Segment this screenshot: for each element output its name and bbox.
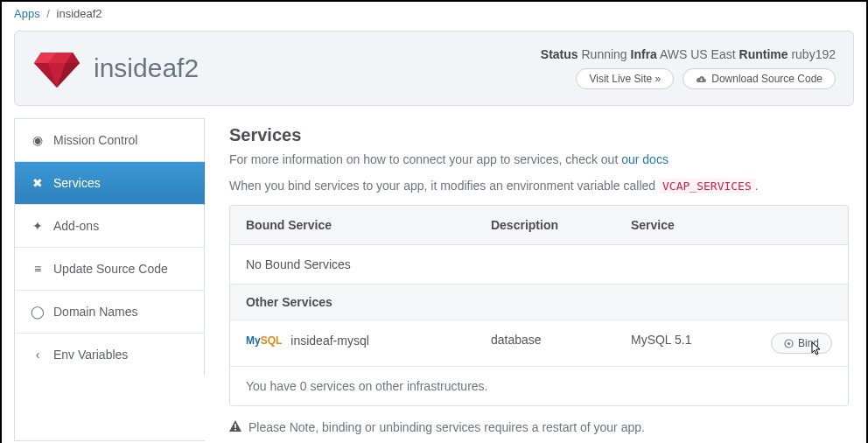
restart-note-text: Please Note, binding or unbinding servic… (248, 420, 645, 434)
globe-icon: ◯ (31, 305, 45, 319)
infra-value: AWS US East (660, 47, 736, 61)
svg-rect-9 (234, 424, 236, 428)
service-type: MySQL 5.1 (615, 320, 755, 366)
col-service: Service (615, 206, 755, 244)
sidebar-item-label: Add-ons (53, 219, 99, 233)
bind-button[interactable]: Bind (771, 333, 832, 354)
no-bound-text: No Bound Services (230, 245, 848, 284)
sidebar-item-label: Services (53, 176, 101, 190)
sidebar: ◉ Mission Control ✖ Services ✦ Add-ons ≡… (14, 118, 205, 441)
app-name: insideaf2 (94, 53, 199, 83)
sidebar-item-addons[interactable]: ✦ Add-ons (15, 205, 205, 248)
warning-icon (229, 420, 242, 434)
gear-icon (784, 339, 794, 348)
download-source-label: Download Source Code (711, 73, 822, 85)
col-actions (755, 206, 848, 244)
dashboard-icon: ◉ (31, 133, 45, 147)
infra-label: Infra (631, 47, 657, 61)
bind-button-label: Bind (798, 337, 819, 349)
other-services-heading-row: Other Services (230, 285, 848, 320)
col-description: Description (475, 206, 615, 244)
services-table: Bound Service Description Service No Bou… (229, 205, 849, 406)
restart-note: Please Note, binding or unbinding servic… (229, 420, 849, 434)
page-title: Services (229, 125, 849, 145)
puzzle-icon: ✦ (31, 219, 45, 233)
breadcrumb-separator: / (46, 7, 50, 20)
status-line: Status Running Infra AWS US East Runtime… (541, 47, 836, 61)
sidebar-item-update-source[interactable]: ≡ Update Source Code (15, 248, 205, 291)
visit-live-site-button[interactable]: Visit Live Site » (576, 68, 674, 89)
tools-icon: ✖ (31, 176, 45, 190)
chevron-left-icon: ‹ (31, 348, 45, 362)
status-label: Status (541, 47, 578, 61)
service-name: insideaf-mysql (290, 334, 368, 348)
docs-link[interactable]: our docs (621, 152, 668, 166)
service-description: database (475, 320, 615, 366)
table-footer-text: You have 0 services on other infrastruct… (230, 367, 848, 405)
sidebar-item-mission-control[interactable]: ◉ Mission Control (15, 119, 205, 162)
sidebar-item-label: Mission Control (53, 133, 137, 147)
cloud-download-icon (696, 74, 707, 84)
runtime-value: ruby192 (791, 47, 836, 61)
status-value: Running (581, 47, 626, 61)
table-row: MySQL insideaf-mysql database MySQL 5.1 (230, 320, 848, 367)
svg-point-8 (788, 341, 790, 344)
main-content: Services For more information on how to … (205, 118, 854, 441)
sidebar-item-label: Domain Names (53, 305, 137, 319)
table-header-row: Bound Service Description Service (230, 206, 848, 245)
breadcrumb-current: insideaf2 (57, 7, 102, 20)
table-footer-row: You have 0 services on other infrastruct… (230, 367, 848, 405)
list-icon: ≡ (31, 262, 45, 276)
app-header-card: insideaf2 Status Running Infra AWS US Ea… (14, 31, 854, 106)
bind-text-post: . (755, 179, 759, 193)
ruby-gem-icon (32, 47, 81, 89)
mysql-icon: MySQL (246, 334, 282, 347)
svg-rect-10 (234, 429, 236, 431)
info-line-docs: For more information on how to connect y… (229, 152, 849, 166)
no-bound-services-row: No Bound Services (230, 245, 848, 285)
sidebar-item-label: Env Variables (53, 348, 128, 362)
sidebar-item-env-variables[interactable]: ‹ Env Variables (15, 334, 205, 376)
info-text: For more information on how to connect y… (229, 152, 621, 166)
col-bound-service: Bound Service (230, 206, 475, 244)
bind-text-pre: When you bind services to your app, it m… (229, 179, 659, 193)
sidebar-item-domain-names[interactable]: ◯ Domain Names (15, 291, 205, 334)
sidebar-item-label: Update Source Code (53, 262, 168, 276)
info-line-env: When you bind services to your app, it m… (229, 179, 849, 193)
breadcrumb: Apps / insideaf2 (2, 2, 866, 25)
download-source-button[interactable]: Download Source Code (682, 68, 836, 89)
sidebar-item-services[interactable]: ✖ Services (15, 162, 205, 205)
env-var-code: VCAP_SERVICES (659, 179, 755, 193)
runtime-label: Runtime (739, 47, 788, 61)
other-services-heading: Other Services (230, 285, 848, 320)
breadcrumb-root-link[interactable]: Apps (14, 7, 40, 20)
